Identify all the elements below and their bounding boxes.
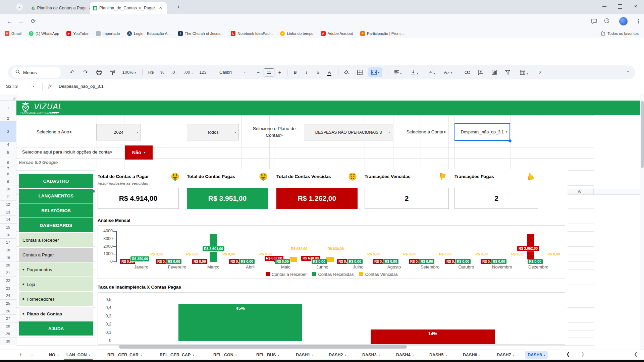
row-header-21[interactable]: 21 [0,269,16,277]
chat-icon[interactable] [590,17,598,26]
vertical-scrollbar[interactable] [640,94,644,350]
row-header-18[interactable]: 18 [0,246,16,254]
create-filter-icon[interactable] [503,68,512,77]
row-header-15[interactable]: 15 [0,224,16,231]
undo-icon[interactable]: ↶ [68,68,76,77]
sheet-tab-menu-icon[interactable]: ▾ [479,354,480,357]
period-filter-dropdown[interactable]: Todos▾ [187,124,239,140]
plan-filter-dropdown[interactable]: DESPESAS NÃO OPERACIONAIS 3▾ [304,124,393,140]
sheet-tab-menu-icon[interactable]: ▾ [193,354,194,357]
sheet-tab-dash2[interactable]: DASH2▾ [326,351,349,359]
format-percent-button[interactable]: % [158,68,166,77]
select-all-corner[interactable] [0,95,16,101]
all-sheets-menu-icon[interactable]: ≡ [28,351,36,359]
text-color-button[interactable]: A [325,68,333,77]
row-header-24[interactable]: 24 [0,292,16,300]
bookmark-item[interactable]: ●Linha do tempo [280,31,313,36]
sheet-tab-rel_con[interactable]: REL_CON▾ [211,351,239,359]
bookmark-item[interactable]: LNotebook IdeaPad... [231,31,273,36]
spreadsheet-grid[interactable]: ABCDEFGHIJKLMNOPQRSTUVW 1234567891011121… [0,94,644,350]
bookmark-item[interactable]: Importado [96,31,120,36]
prev-sheets-icon[interactable]: ❮ [566,352,570,357]
row-header-20[interactable]: 20 [0,261,16,269]
next-sheets-icon[interactable]: ❯ [581,352,585,357]
row-header-19[interactable]: 19 [0,254,16,262]
row-header-8[interactable]: 8 [0,170,16,178]
row-header-3[interactable]: 3 [0,122,16,142]
extensions-icon[interactable] [602,17,611,26]
row-header-22[interactable]: 22 [0,277,16,285]
sidebar-item-pagamentos[interactable]: ■Pagamentos [19,262,93,277]
browser-tab-1[interactable]: Planilha de Contas a Pagar e Re ✕ [28,2,95,14]
decrease-font-size-button[interactable]: − [255,68,262,77]
sheet-tab-dash7[interactable]: DASH7▾ [494,351,517,359]
new-tab-button[interactable]: + [174,3,182,11]
browser-tab-2[interactable]: Planilha_de_Contas_a_Pagar_e_R ✕ [90,2,167,14]
row-header-14[interactable]: 14 [0,216,16,224]
bookmark-item[interactable]: ✆(1) WhatsApp [29,31,59,36]
sidebar-item-plano-de-contas[interactable]: ■Plano de Contas [19,307,93,321]
browser-menu-icon[interactable]: ⋮ [634,17,643,26]
text-wrap-icon[interactable]: ▾ [425,68,438,77]
row-header-23[interactable]: 23 [0,285,16,292]
row-header-11[interactable]: 11 [0,193,16,201]
format-currency-button[interactable]: R$ [146,68,156,77]
sheet-tab-dash8[interactable]: DASH8▾ [525,351,548,359]
sheet-tab-menu-icon[interactable]: ▾ [378,354,380,357]
sheet-tab-menu-icon[interactable]: ▾ [345,354,346,357]
sheet-tab-menu-icon[interactable]: ▾ [235,354,237,357]
row-header-6[interactable]: 6 [0,158,16,167]
sheet-tab-rel_ger_cap[interactable]: REL_GER_CAP▾ [157,351,197,359]
close-icon[interactable]: ✕ [159,6,162,10]
bookmark-item[interactable]: ALogin - Educação A... [127,31,170,36]
forward-icon[interactable]: → [17,17,25,26]
redo-icon[interactable]: ↷ [81,68,90,77]
row-header-26[interactable]: 26 [0,307,16,315]
name-box[interactable]: S3:T3 [6,84,32,89]
vertical-scrollbar-thumb[interactable] [641,101,644,168]
row-header-16[interactable]: 16 [0,231,16,239]
bookmark-item[interactable]: ▶YouTube [66,31,88,36]
insert-chart-icon[interactable] [490,68,498,77]
window-minimize-button[interactable]: — [602,4,607,9]
more-formats-button[interactable]: 123 [198,68,208,77]
paint-format-icon[interactable] [108,68,117,77]
sheet-tab-rel_bus[interactable]: REL_BUS▾ [254,351,282,359]
font-size-input[interactable]: 11 [264,68,274,76]
sidebar-item-contas-a-receber[interactable]: Contas a Receber [19,233,93,247]
bookmark-item[interactable]: PParticipação | Prom... [360,31,404,36]
row-header-1[interactable]: 1 [0,101,16,115]
bookmark-item[interactable]: MGmail [5,31,21,36]
row-header-4[interactable]: 4 [0,142,16,147]
account-filter-dropdown[interactable]: Despesas_não_op_3.1▾ [454,123,510,141]
strikethrough-button[interactable]: S [314,68,322,77]
sidebar-item-cadastro[interactable]: CADASTRO [19,174,93,188]
font-select[interactable]: Calibri [217,68,243,77]
sheet-tab-menu-icon[interactable]: ▾ [445,354,447,357]
row-header-7[interactable]: 7 [0,167,16,170]
all-favorites[interactable]: Todos os favoritos [601,31,639,36]
sheet-tab-menu-icon[interactable]: ▾ [513,354,514,357]
sheet-tab-menu-icon[interactable]: ▾ [141,354,142,357]
increase-font-size-button[interactable]: + [276,68,283,77]
collapse-toolbar-icon[interactable]: ⌃ [625,68,631,77]
back-icon[interactable]: ← [5,17,14,26]
sheet-tab-lan_con[interactable]: LAN_CON▾ [64,351,93,359]
window-close-button[interactable]: ✕ [633,4,638,9]
vertical-align-icon[interactable]: ▾ [408,68,421,77]
sidebar-item-relatórios[interactable]: RELATÓRIOS [19,203,93,218]
row-header-13[interactable]: 13 [0,208,16,216]
browser-profile-avatar[interactable] [619,17,628,25]
sidebar-item-loja[interactable]: ■Loja [19,277,93,291]
bookmark-item[interactable]: ✝The Church of Jesus... [178,31,224,36]
bookmark-item[interactable]: AAdobe Acrobat [321,31,353,36]
print-icon[interactable] [95,68,103,77]
tab-search-icon[interactable]: ⌄ [16,3,23,11]
row-header-27[interactable]: 27 [0,315,16,322]
table-tools-icon[interactable]: ▾ [517,68,531,77]
row-header-12[interactable]: 12 [0,201,16,208]
menus-search[interactable]: Menus [11,67,61,78]
column-header-W[interactable]: W [566,189,594,195]
zoom-select[interactable]: 100% ▾ [121,68,137,77]
row-header-5[interactable]: 5 [0,147,16,158]
